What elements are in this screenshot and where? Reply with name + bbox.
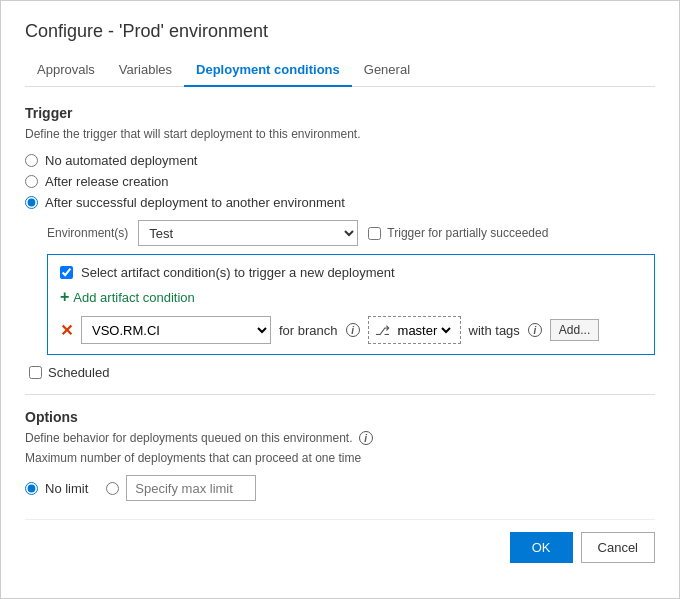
environment-label: Environment(s) bbox=[47, 226, 128, 240]
tab-bar: Approvals Variables Deployment condition… bbox=[25, 56, 655, 87]
radio-no-automated[interactable]: No automated deployment bbox=[25, 153, 655, 168]
artifact-condition-checkbox[interactable] bbox=[60, 266, 73, 279]
environment-row: Environment(s) Test Trigger for partiall… bbox=[47, 220, 655, 246]
tags-info-icon[interactable]: i bbox=[528, 323, 542, 337]
ok-button[interactable]: OK bbox=[510, 532, 573, 563]
tab-deployment-conditions[interactable]: Deployment conditions bbox=[184, 56, 352, 87]
plus-icon: + bbox=[60, 288, 69, 306]
trigger-partial-checkbox[interactable]: Trigger for partially succeeded bbox=[368, 226, 548, 240]
tab-approvals[interactable]: Approvals bbox=[25, 56, 107, 87]
scheduled-checkbox[interactable] bbox=[29, 366, 42, 379]
options-info-icon[interactable]: i bbox=[359, 431, 373, 445]
add-tags-button[interactable]: Add... bbox=[550, 319, 599, 341]
scheduled-label: Scheduled bbox=[48, 365, 109, 380]
tab-general[interactable]: General bbox=[352, 56, 422, 87]
cancel-button[interactable]: Cancel bbox=[581, 532, 655, 563]
radio-after-successful-label: After successful deployment to another e… bbox=[45, 195, 345, 210]
git-branch-icon: ⎇ bbox=[375, 323, 390, 338]
radio-after-release[interactable]: After release creation bbox=[25, 174, 655, 189]
dialog-title: Configure - 'Prod' environment bbox=[25, 21, 655, 42]
radio-after-successful-input[interactable] bbox=[25, 196, 38, 209]
artifact-row: ✕ VSO.RM.CI for branch i ⎇ master with t… bbox=[60, 316, 642, 344]
scheduled-row: Scheduled bbox=[29, 365, 655, 380]
radio-after-release-label: After release creation bbox=[45, 174, 169, 189]
no-limit-radio-label[interactable]: No limit bbox=[25, 481, 88, 496]
remove-artifact-icon[interactable]: ✕ bbox=[60, 321, 73, 340]
no-limit-label: No limit bbox=[45, 481, 88, 496]
add-artifact-btn[interactable]: + Add artifact condition bbox=[60, 288, 642, 306]
radio-no-automated-input[interactable] bbox=[25, 154, 38, 167]
options-section: Options Define behavior for deployments … bbox=[25, 409, 655, 501]
no-limit-radio[interactable] bbox=[25, 482, 38, 495]
trigger-desc: Define the trigger that will start deplo… bbox=[25, 127, 655, 141]
options-desc-text: Define behavior for deployments queued o… bbox=[25, 431, 353, 445]
branch-select-wrapper: ⎇ master bbox=[368, 316, 461, 344]
options-desc: Define behavior for deployments queued o… bbox=[25, 431, 655, 445]
specify-max-radio[interactable] bbox=[106, 482, 119, 495]
artifact-header: Select artifact condition(s) to trigger … bbox=[60, 265, 642, 280]
specify-max-input[interactable] bbox=[126, 475, 256, 501]
max-deployments-label: Maximum number of deployments that can p… bbox=[25, 451, 655, 465]
options-title: Options bbox=[25, 409, 655, 425]
radio-no-automated-label: No automated deployment bbox=[45, 153, 197, 168]
radio-after-release-input[interactable] bbox=[25, 175, 38, 188]
branch-info-icon[interactable]: i bbox=[346, 323, 360, 337]
dialog: Configure - 'Prod' environment Approvals… bbox=[0, 0, 680, 599]
trigger-radio-group: No automated deployment After release cr… bbox=[25, 153, 655, 210]
limit-row: No limit bbox=[25, 475, 655, 501]
radio-after-successful[interactable]: After successful deployment to another e… bbox=[25, 195, 655, 210]
trigger-partial-input[interactable] bbox=[368, 227, 381, 240]
branch-select[interactable]: master bbox=[394, 322, 454, 339]
add-artifact-label: Add artifact condition bbox=[73, 290, 194, 305]
dialog-footer: OK Cancel bbox=[25, 519, 655, 563]
trigger-title: Trigger bbox=[25, 105, 655, 121]
section-divider bbox=[25, 394, 655, 395]
artifact-select[interactable]: VSO.RM.CI bbox=[81, 316, 271, 344]
tab-variables[interactable]: Variables bbox=[107, 56, 184, 87]
environment-select[interactable]: Test bbox=[138, 220, 358, 246]
specify-max-radio-label[interactable] bbox=[106, 475, 256, 501]
trigger-section: Trigger Define the trigger that will sta… bbox=[25, 105, 655, 380]
trigger-partial-label: Trigger for partially succeeded bbox=[387, 226, 548, 240]
artifact-condition-box: Select artifact condition(s) to trigger … bbox=[47, 254, 655, 355]
for-branch-label: for branch bbox=[279, 323, 338, 338]
artifact-condition-label: Select artifact condition(s) to trigger … bbox=[81, 265, 395, 280]
with-tags-label: with tags bbox=[469, 323, 520, 338]
